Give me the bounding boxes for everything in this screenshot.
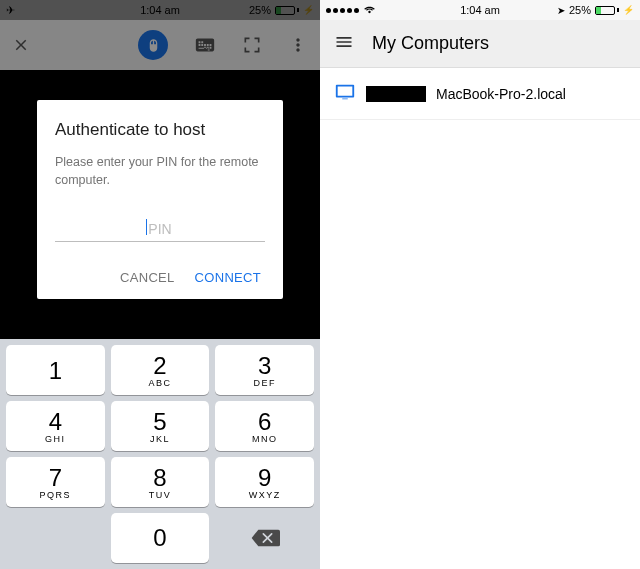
key-backspace[interactable] xyxy=(215,513,314,563)
key-5[interactable]: 5JKL xyxy=(111,401,210,451)
pin-input[interactable] xyxy=(55,217,265,242)
key-1[interactable]: 1 xyxy=(6,345,105,395)
mouse-mode-icon[interactable] xyxy=(138,30,168,60)
wifi-icon xyxy=(363,5,376,15)
more-icon[interactable] xyxy=(288,35,308,55)
status-bar-left: ✈︎ 1:04 am 25% ⚡ xyxy=(0,0,320,20)
page-title: My Computers xyxy=(372,33,489,54)
charging-icon: ⚡ xyxy=(303,5,314,15)
key-8[interactable]: 8TUV xyxy=(111,457,210,507)
status-bar-right: 1:04 am ➤ 25% ⚡ xyxy=(320,0,640,20)
redacted-text xyxy=(366,86,426,102)
status-time: 1:04 am xyxy=(140,4,180,16)
close-icon[interactable] xyxy=(12,36,30,54)
monitor-icon xyxy=(334,81,356,107)
key-blank xyxy=(6,513,105,563)
computer-name: MacBook-Pro-2.local xyxy=(436,86,566,102)
computer-row[interactable]: MacBook-Pro-2.local xyxy=(320,68,640,120)
battery-pct: 25% xyxy=(249,4,271,16)
cancel-button[interactable]: CANCEL xyxy=(120,270,175,285)
menu-icon[interactable] xyxy=(334,32,354,56)
battery-icon xyxy=(595,6,619,15)
numeric-keypad: 1 2ABC 3DEF 4GHI 5JKL 6MNO 7PQRS 8TUV 9W… xyxy=(0,339,320,569)
keyboard-icon[interactable] xyxy=(194,34,216,56)
connect-button[interactable]: CONNECT xyxy=(195,270,261,285)
airplane-icon: ✈︎ xyxy=(6,4,15,17)
key-6[interactable]: 6MNO xyxy=(215,401,314,451)
dialog-message: Please enter your PIN for the remote com… xyxy=(55,154,265,189)
right-header: My Computers xyxy=(320,20,640,68)
location-icon: ➤ xyxy=(557,5,565,16)
key-0[interactable]: 0 xyxy=(111,513,210,563)
battery-icon xyxy=(275,6,299,15)
fullscreen-icon[interactable] xyxy=(242,35,262,55)
key-7[interactable]: 7PQRS xyxy=(6,457,105,507)
status-time: 1:04 am xyxy=(460,4,500,16)
key-4[interactable]: 4GHI xyxy=(6,401,105,451)
auth-dialog: Authenticate to host Please enter your P… xyxy=(37,100,283,299)
charging-icon: ⚡ xyxy=(623,5,634,15)
key-9[interactable]: 9WXYZ xyxy=(215,457,314,507)
key-3[interactable]: 3DEF xyxy=(215,345,314,395)
battery-pct: 25% xyxy=(569,4,591,16)
toolbar xyxy=(0,20,320,70)
signal-icon xyxy=(326,8,359,13)
dialog-title: Authenticate to host xyxy=(55,120,265,140)
key-2[interactable]: 2ABC xyxy=(111,345,210,395)
